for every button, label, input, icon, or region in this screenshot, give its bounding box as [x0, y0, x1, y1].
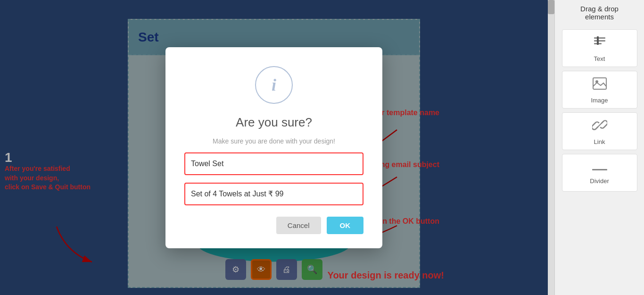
- text-label: Text: [594, 55, 605, 62]
- right-sidebar: Drag & dropelements Text Image: [554, 0, 644, 295]
- svg-rect-18: [594, 40, 605, 42]
- modal-info-icon: i: [255, 66, 293, 104]
- svg-rect-24: [592, 169, 607, 170]
- email-subject-input[interactable]: [184, 183, 363, 205]
- sidebar-element-image[interactable]: Image: [562, 71, 637, 109]
- link-label: Link: [594, 138, 605, 145]
- confirmation-modal: i Are you sure? Make sure you are done w…: [165, 47, 382, 248]
- template-name-input[interactable]: [184, 152, 363, 175]
- modal-buttons: Cancel OK: [184, 217, 363, 234]
- modal-subtitle: Make sure you are done with your design!: [213, 137, 335, 145]
- svg-rect-17: [594, 37, 605, 39]
- modal-overlay: i Are you sure? Make sure you are done w…: [0, 0, 548, 295]
- text-icon: [592, 34, 607, 52]
- sidebar-title: Drag & dropelements: [580, 5, 619, 21]
- link-icon: [592, 118, 607, 135]
- modal-title: Are you sure?: [236, 115, 312, 130]
- divider-label: Divider: [590, 177, 609, 185]
- main-area: 1 After you're satisfiedwith your design…: [0, 0, 548, 295]
- cancel-button[interactable]: Cancel: [276, 217, 321, 234]
- sidebar-element-text[interactable]: Text: [562, 29, 637, 67]
- image-label: Image: [591, 97, 608, 104]
- divider-icon: [592, 161, 607, 175]
- sidebar-element-link[interactable]: Link: [562, 112, 637, 150]
- scrollbar[interactable]: [548, 0, 554, 295]
- image-icon: [592, 76, 607, 94]
- scrollbar-thumb[interactable]: [548, 0, 554, 14]
- ok-button[interactable]: OK: [327, 217, 364, 234]
- svg-line-23: [597, 122, 603, 128]
- sidebar-element-divider[interactable]: Divider: [562, 154, 637, 192]
- svg-rect-20: [597, 36, 599, 45]
